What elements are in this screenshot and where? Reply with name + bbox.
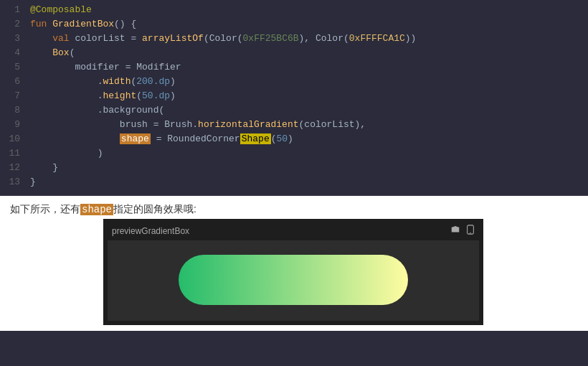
- code-content: Box(: [30, 47, 582, 58]
- preview-container: previewGradientBox: [103, 219, 483, 325]
- line-number: 5: [0, 62, 20, 72]
- line-number: 9: [0, 119, 20, 130]
- preview-inner: [108, 240, 479, 321]
- camera-icon[interactable]: [450, 225, 460, 238]
- code-line-9: 9 brush = Brush.horizontalGradient(color…: [0, 119, 588, 133]
- code-line-13: 13 }: [0, 177, 588, 191]
- code-line-6: 6 .width(200.dp): [0, 76, 588, 90]
- code-content: shape = RoundedCornerShape(50): [30, 133, 582, 144]
- code-content: val colorList = arrayListOf(Color(0xFF25…: [30, 33, 582, 44]
- code-line-12: 12 }: [0, 162, 588, 177]
- code-content: brush = Brush.horizontalGradient(colorLi…: [30, 119, 582, 130]
- code-content: }: [30, 162, 582, 173]
- phone-icon[interactable]: [466, 225, 475, 238]
- line-number: 10: [0, 133, 20, 144]
- description-text: 如下所示，还有shape指定的圆角效果哦:: [10, 203, 578, 216]
- code-line-7: 7 .height(50.dp): [0, 90, 588, 105]
- shape-inline-label: shape: [80, 204, 113, 215]
- line-number: 11: [0, 148, 20, 159]
- code-line-10: 10 shape = RoundedCornerShape(50): [0, 133, 588, 148]
- preview-icons: [450, 225, 475, 238]
- code-content: fun GradientBox() {: [30, 19, 582, 29]
- line-number: 13: [0, 177, 20, 187]
- line-number: 12: [0, 162, 20, 173]
- line-number: 6: [0, 76, 20, 87]
- code-content: .height(50.dp): [30, 90, 582, 101]
- code-content: ): [30, 148, 582, 159]
- code-line-3: 3 val colorList = arrayListOf(Color(0xFF…: [0, 33, 588, 47]
- line-number: 7: [0, 90, 20, 101]
- code-block: 1 @Composable 2 fun GradientBox() { 3 va…: [0, 0, 588, 196]
- code-content: modifier = Modifier: [30, 62, 582, 72]
- line-number: 3: [0, 33, 20, 44]
- code-content: @Composable: [30, 4, 582, 15]
- line-number: 8: [0, 105, 20, 116]
- code-line-8: 8 .background(: [0, 105, 588, 119]
- text-section: 如下所示，还有shape指定的圆角效果哦: previewGradientBox: [0, 196, 588, 331]
- code-content: }: [30, 177, 582, 187]
- code-line-2: 2 fun GradientBox() {: [0, 19, 588, 33]
- code-line-1: 1 @Composable: [0, 4, 588, 19]
- preview-title: previewGradientBox: [112, 226, 189, 236]
- code-line-5: 5 modifier = Modifier: [0, 62, 588, 76]
- preview-titlebar: previewGradientBox: [108, 223, 479, 240]
- code-line-4: 4 Box(: [0, 47, 588, 62]
- code-content: .background(: [30, 105, 582, 116]
- code-line-11: 11 ): [0, 148, 588, 162]
- line-number: 1: [0, 4, 20, 15]
- line-number: 4: [0, 47, 20, 58]
- line-number: 2: [0, 19, 20, 29]
- gradient-box: [179, 255, 408, 305]
- code-content: .width(200.dp): [30, 76, 582, 87]
